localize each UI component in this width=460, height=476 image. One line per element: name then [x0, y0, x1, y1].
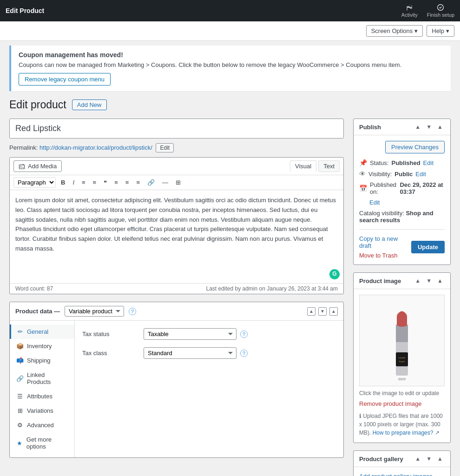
how-to-prepare-images-link[interactable]: How to prepare images? — [373, 430, 434, 436]
product-gallery-toggle[interactable]: ▲ — [435, 455, 445, 463]
nav-get-more-label: Get more options — [26, 436, 69, 450]
remove-product-image-link[interactable]: Remove product image — [359, 400, 445, 407]
pencil-icon: ✏ — [17, 329, 23, 335]
editor-toolbar-top: Add Media Visual Text — [10, 158, 343, 175]
product-data-label: Product data — — [15, 308, 60, 315]
format-select[interactable]: Paragraph — [13, 177, 56, 188]
notice-description: Coupons can now be managed from Marketin… — [19, 61, 443, 68]
nav-general[interactable]: ✏ General — [10, 324, 74, 339]
italic-button[interactable]: I — [70, 178, 77, 187]
publish-collapse-up[interactable]: ▲ — [413, 123, 422, 131]
copy-to-draft-link[interactable]: Copy to a new draft — [359, 235, 411, 249]
product-image-panel: Product image ▲ ▼ ▲ — [353, 272, 451, 443]
collapse-down-button[interactable]: ▼ — [318, 307, 327, 316]
status-label: Status: — [370, 159, 388, 166]
ul-button[interactable]: ≡ — [79, 178, 88, 187]
product-image-toggle[interactable]: ▲ — [435, 277, 445, 285]
align-right-button[interactable]: ≡ — [134, 178, 142, 187]
editor-content[interactable]: Lorem ipsum dolor sit amet, consectetur … — [10, 190, 343, 283]
add-media-icon — [19, 163, 25, 170]
activity-button[interactable]: Activity — [401, 4, 418, 18]
product-image-container[interactable]: Isabella Dupont BBB — [359, 295, 445, 386]
tax-class-help-icon[interactable]: ? — [240, 350, 248, 357]
catalog-visibility-row: Catalog visibility: Shop and search resu… — [359, 210, 445, 224]
flag-icon — [406, 4, 413, 11]
nav-get-more-options[interactable]: ★ Get more options — [10, 432, 74, 454]
product-type-select[interactable]: Variable product — [65, 306, 124, 317]
permalink-edit-button[interactable]: Edit — [156, 143, 174, 152]
table-button[interactable]: ⊞ — [173, 178, 183, 187]
tax-status-select[interactable]: Taxable — [144, 328, 237, 340]
edit-layout: Permalink: http://dokan-migrator.local/p… — [9, 119, 451, 476]
collapse-toggle-button[interactable]: ▲ — [329, 307, 338, 316]
collapse-up-button[interactable]: ▲ — [307, 307, 315, 316]
nav-shipping[interactable]: 📫 Shipping — [10, 353, 74, 368]
product-data-content: Tax status Taxable ? Tax class — [75, 321, 343, 457]
add-new-button[interactable]: Add New — [72, 99, 107, 110]
editor-wrap: Add Media Visual Text Paragraph B I ≡ ≡ … — [9, 157, 344, 294]
nav-variations[interactable]: ⊞ Variations — [10, 403, 74, 418]
tax-class-select[interactable]: Standard — [144, 347, 237, 359]
admin-bar: Edit Product Activity Finish setup — [0, 0, 460, 21]
product-gallery-collapse-down[interactable]: ▼ — [424, 455, 434, 463]
product-image-collapse-down[interactable]: ▼ — [424, 277, 434, 285]
catalog-visibility-label: Catalog visibility: — [359, 210, 404, 217]
upload-hint: ℹ Upload JPEG files that are 1000 x 1000… — [359, 412, 445, 437]
move-to-trash-link[interactable]: Move to Trash — [359, 252, 397, 259]
status-icon: 📌 — [359, 159, 367, 166]
screen-options-button[interactable]: Screen Options ▾ — [366, 25, 423, 37]
help-button[interactable]: Help ▾ — [427, 25, 454, 37]
align-center-button[interactable]: ≡ — [123, 178, 131, 187]
link-button[interactable]: 🔗 — [145, 178, 157, 187]
screen-options-label: Screen Options — [371, 27, 413, 34]
publish-collapse-down[interactable]: ▼ — [424, 123, 434, 131]
horizontal-rule-button[interactable]: — — [160, 178, 171, 187]
nav-attributes[interactable]: ☰ Attributes — [10, 389, 74, 403]
sub-header: Screen Options ▾ Help ▾ — [0, 21, 460, 41]
update-button[interactable]: Update — [411, 241, 445, 253]
add-product-gallery-images-link[interactable]: Add product gallery images — [359, 473, 433, 476]
product-gallery-collapse-up[interactable]: ▲ — [413, 455, 422, 463]
preview-changes-button[interactable]: Preview Changes — [385, 141, 445, 153]
align-left-button[interactable]: ≡ — [112, 178, 120, 187]
external-link-icon: ↗ — [435, 430, 440, 436]
add-media-button[interactable]: Add Media — [13, 160, 62, 172]
calendar-icon: 📅 — [359, 185, 367, 192]
finish-setup-button[interactable]: Finish setup — [427, 4, 454, 18]
nav-advanced[interactable]: ⚙ Advanced — [10, 418, 74, 432]
tax-status-wrap: Taxable ? — [144, 328, 336, 340]
ol-button[interactable]: ≡ — [91, 178, 99, 187]
product-gallery-panel: Product gallery ▲ ▼ ▲ Add product galler… — [353, 450, 451, 476]
remove-legacy-coupon-button[interactable]: Remove legacy coupon menu — [19, 73, 111, 86]
visibility-row: 👁 Visibility: Public Edit — [359, 170, 445, 178]
editor-footer: Word count: 87 Last edited by admin on J… — [10, 283, 343, 294]
product-image-collapse-up[interactable]: ▲ — [413, 277, 422, 285]
product-data-help-icon[interactable]: ? — [129, 308, 136, 315]
text-tab[interactable]: Text — [318, 160, 340, 172]
product-title-input[interactable] — [10, 119, 343, 138]
permalink-url[interactable]: http://dokan-migrator.local/product/lips… — [39, 144, 152, 151]
shipping-icon: 📫 — [17, 357, 23, 364]
nav-inventory[interactable]: 📦 Inventory — [10, 339, 74, 353]
published-on-edit-link[interactable]: Edit — [369, 199, 380, 206]
svg-rect-7 — [396, 352, 408, 366]
permalink-bar: Permalink: http://dokan-migrator.local/p… — [9, 143, 344, 152]
bold-button[interactable]: B — [59, 178, 67, 187]
product-data-collapse-btns: ▲ ▼ ▲ — [307, 307, 338, 316]
edit-main: Permalink: http://dokan-migrator.local/p… — [9, 119, 344, 465]
status-edit-link[interactable]: Edit — [423, 159, 434, 166]
status-row: 📌 Status: Published Edit — [359, 159, 445, 166]
product-image-hint: Click the image to edit or update — [359, 390, 445, 397]
product-image-header: Product image ▲ ▼ ▲ — [354, 273, 450, 289]
product-data-wrap: Product data — Variable product ? ▲ ▼ ▲ — [9, 302, 344, 458]
visual-tab[interactable]: Visual — [290, 160, 316, 172]
blockquote-button[interactable]: ❝ — [101, 178, 109, 187]
tax-status-help-icon[interactable]: ? — [240, 331, 248, 338]
nav-linked-products[interactable]: 🔗 Linked Products — [10, 368, 74, 389]
publish-toggle[interactable]: ▲ — [435, 123, 445, 131]
editor-tabs: Visual Text — [290, 160, 340, 172]
visibility-edit-link[interactable]: Edit — [415, 171, 426, 178]
add-media-label: Add Media — [28, 163, 57, 170]
nav-advanced-label: Advanced — [27, 422, 54, 429]
tax-class-wrap: Standard ? — [144, 347, 336, 359]
